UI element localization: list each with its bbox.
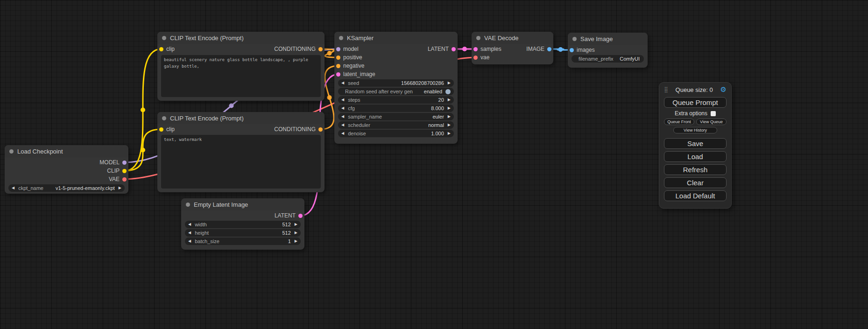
view-queue-button[interactable]: View Queue: [696, 119, 727, 125]
latent-image-input-slot[interactable]: latent_image: [334, 70, 375, 78]
model-output-port[interactable]: [122, 161, 127, 165]
node-title-bar[interactable]: KSampler: [334, 32, 458, 44]
increment-arrow-icon[interactable]: ▶: [295, 239, 297, 243]
samples-input-slot[interactable]: samples: [472, 45, 501, 53]
conditioning-output-port[interactable]: [318, 127, 323, 132]
seed-widget[interactable]: ◀ seed 156680208700286 ▶: [338, 79, 454, 87]
extra-options-checkbox[interactable]: [711, 111, 716, 116]
latent-image-input-port[interactable]: [336, 72, 340, 77]
clip-input-port[interactable]: [159, 127, 163, 132]
link-midpoint-dot[interactable]: [141, 148, 145, 153]
node-load-checkpoint[interactable]: Load Checkpoint MODEL CLIP VAE ◀ ckpt: [5, 145, 128, 194]
node-title-bar[interactable]: VAE Decode: [472, 32, 553, 44]
random-seed-toggle[interactable]: Random seed after every gen enabled: [338, 88, 454, 95]
sampler-name-widget[interactable]: ◀ sampler_name euler ▶: [338, 113, 454, 120]
increment-arrow-icon[interactable]: ▶: [295, 223, 297, 226]
node-ksampler[interactable]: KSampler model positive negative: [334, 32, 458, 144]
negative-prompt-textarea[interactable]: text, watermark: [161, 135, 321, 189]
increment-arrow-icon[interactable]: ▶: [448, 115, 451, 119]
width-widget[interactable]: ◀ width 512 ▶: [185, 221, 301, 228]
images-input-slot[interactable]: images: [568, 46, 648, 54]
vae-input-slot[interactable]: vae: [472, 53, 553, 62]
link-midpoint-dot[interactable]: [462, 47, 467, 51]
positive-input-slot[interactable]: positive: [334, 53, 375, 62]
conditioning-output-slot[interactable]: CONDITIONING: [274, 125, 325, 133]
queue-front-button[interactable]: Queue Front: [664, 119, 694, 125]
clip-input-port[interactable]: [159, 47, 163, 51]
decrement-arrow-icon[interactable]: ◀: [341, 81, 344, 85]
refresh-button[interactable]: Refresh: [664, 164, 727, 175]
node-clip-text-encode-negative[interactable]: CLIP Text Encode (Prompt) clip CONDITION…: [157, 112, 325, 192]
vae-output-port[interactable]: [122, 177, 127, 182]
decrement-arrow-icon[interactable]: ◀: [12, 186, 14, 190]
denoise-widget[interactable]: ◀ denoise 1.000 ▶: [338, 130, 454, 137]
drag-handle-icon[interactable]: ⣿: [664, 86, 668, 93]
latent-output-port[interactable]: [298, 214, 303, 218]
decrement-arrow-icon[interactable]: ◀: [341, 115, 344, 119]
decrement-arrow-icon[interactable]: ◀: [341, 123, 344, 127]
load-default-button[interactable]: Load Default: [664, 190, 727, 201]
decrement-arrow-icon[interactable]: ◀: [188, 223, 191, 226]
vae-input-port[interactable]: [473, 56, 478, 60]
decrement-arrow-icon[interactable]: ◀: [188, 239, 191, 243]
images-input-port[interactable]: [570, 48, 574, 52]
increment-arrow-icon[interactable]: ▶: [448, 132, 451, 135]
negative-input-slot[interactable]: negative: [334, 62, 375, 70]
node-save-image[interactable]: Save Image images filename_prefix ComfyU…: [568, 33, 648, 68]
link-midpoint-dot[interactable]: [229, 104, 234, 108]
increment-arrow-icon[interactable]: ▶: [119, 186, 121, 190]
decrement-arrow-icon[interactable]: ◀: [188, 231, 191, 235]
latent-output-slot[interactable]: LATENT: [275, 211, 304, 220]
positive-input-port[interactable]: [336, 56, 340, 60]
latent-output-slot[interactable]: LATENT: [428, 45, 458, 53]
node-title-bar[interactable]: CLIP Text Encode (Prompt): [157, 32, 325, 44]
decrement-arrow-icon[interactable]: ◀: [341, 98, 344, 102]
clip-output-slot[interactable]: CLIP: [107, 167, 128, 175]
queue-prompt-button[interactable]: Queue Prompt: [664, 97, 727, 108]
clip-input-slot[interactable]: clip: [157, 45, 175, 53]
clear-button[interactable]: Clear: [664, 177, 727, 188]
positive-prompt-textarea[interactable]: beautiful scenery nature glass bottle la…: [161, 55, 321, 97]
save-button[interactable]: Save: [664, 138, 727, 149]
load-button[interactable]: Load: [664, 151, 727, 162]
node-graph-canvas[interactable]: Load Checkpoint MODEL CLIP VAE ◀ ckpt: [0, 0, 868, 329]
node-vae-decode[interactable]: VAE Decode samples IMAGE vae: [472, 32, 553, 64]
ckpt-name-widget[interactable]: ◀ ckpt_name v1-5-pruned-emaonly.ckpt ▶: [8, 184, 125, 192]
image-output-slot[interactable]: IMAGE: [526, 45, 553, 53]
model-input-slot[interactable]: model: [334, 45, 375, 53]
increment-arrow-icon[interactable]: ▶: [295, 231, 297, 235]
clip-output-port[interactable]: [122, 169, 127, 173]
link-midpoint-dot[interactable]: [327, 95, 332, 100]
increment-arrow-icon[interactable]: ▶: [448, 81, 451, 85]
steps-widget[interactable]: ◀ steps 20 ▶: [338, 96, 454, 104]
link-midpoint-dot[interactable]: [558, 47, 563, 52]
increment-arrow-icon[interactable]: ▶: [448, 106, 451, 110]
node-clip-text-encode-positive[interactable]: CLIP Text Encode (Prompt) clip CONDITION…: [157, 32, 325, 101]
latent-output-port[interactable]: [452, 47, 456, 51]
view-history-button[interactable]: View History: [673, 127, 717, 133]
model-input-port[interactable]: [336, 47, 340, 51]
conditioning-output-slot[interactable]: CONDITIONING: [274, 45, 325, 53]
node-title-bar[interactable]: Load Checkpoint: [5, 145, 128, 157]
node-title-bar[interactable]: Empty Latent Image: [181, 198, 304, 210]
increment-arrow-icon[interactable]: ▶: [448, 98, 451, 102]
clip-input-slot[interactable]: clip: [157, 125, 175, 133]
filename-prefix-widget[interactable]: filename_prefix ComfyUI: [572, 55, 644, 63]
link-midpoint-dot[interactable]: [327, 51, 332, 56]
image-output-port[interactable]: [547, 47, 551, 51]
batch-size-widget[interactable]: ◀ batch_size 1 ▶: [185, 238, 301, 245]
node-title-bar[interactable]: Save Image: [568, 33, 648, 45]
node-title-bar[interactable]: CLIP Text Encode (Prompt): [157, 112, 325, 124]
toggle-knob-icon[interactable]: [445, 89, 451, 94]
link-midpoint-dot[interactable]: [141, 108, 145, 112]
settings-gear-icon[interactable]: ⚙: [720, 85, 727, 94]
negative-input-port[interactable]: [336, 64, 340, 68]
conditioning-output-port[interactable]: [318, 47, 323, 51]
decrement-arrow-icon[interactable]: ◀: [341, 132, 344, 135]
decrement-arrow-icon[interactable]: ◀: [341, 106, 344, 110]
model-output-slot[interactable]: MODEL: [99, 158, 128, 167]
scheduler-widget[interactable]: ◀ scheduler normal ▶: [338, 121, 454, 129]
samples-input-port[interactable]: [473, 47, 478, 51]
height-widget[interactable]: ◀ height 512 ▶: [185, 229, 301, 237]
increment-arrow-icon[interactable]: ▶: [448, 123, 451, 127]
